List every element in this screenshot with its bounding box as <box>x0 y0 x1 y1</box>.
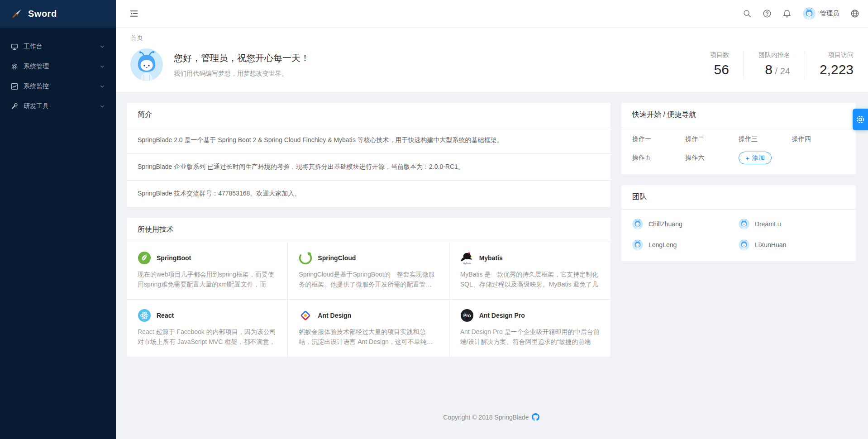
sidebar-item-label: 工作台 <box>24 43 94 51</box>
list-item: SpringBlade 技术交流群号：477853168。欢迎大家加入。 <box>127 181 610 207</box>
menu-fold-icon <box>129 9 138 18</box>
settings-button[interactable] <box>853 109 868 130</box>
monitor-icon <box>11 43 18 50</box>
team-member-name: LengLeng <box>649 241 677 248</box>
sidebar-collapse-button[interactable] <box>128 7 140 20</box>
avatar <box>632 239 643 250</box>
bell-icon[interactable] <box>783 10 791 18</box>
quick-link-2[interactable]: 操作二 <box>686 135 739 143</box>
avatar <box>803 7 816 20</box>
stat-value: 2,223 <box>820 62 854 77</box>
team-member-lengleng[interactable]: LengLeng <box>632 239 739 250</box>
dagger-icon <box>11 8 23 20</box>
app-title: Sword <box>28 9 57 19</box>
sidebar-item-system-monitor[interactable]: 系统监控 <box>0 77 116 95</box>
react-icon <box>138 309 151 322</box>
tech-description: React 起源于 Facebook 的内部项目，因为该公司对市场上所有 Jav… <box>138 327 277 347</box>
search-icon[interactable] <box>743 10 751 18</box>
tech-item-react[interactable]: React React 起源于 Facebook 的内部项目，因为该公司对市场上… <box>127 300 288 357</box>
user-name: 管理员 <box>820 10 839 18</box>
avatar <box>739 239 749 250</box>
tech-item-mybatis[interactable]: Mybatis MyBatis 是一款优秀的持久层框架，它支持定制化 SQL、存… <box>449 242 610 300</box>
sidebar-item-system-admin[interactable]: 系统管理 <box>0 57 116 76</box>
chevron-down-icon <box>100 44 105 49</box>
breadcrumb[interactable]: 首页 <box>130 34 854 42</box>
content: 简介 SpringBlade 2.0 是一个基于 Spring Boot 2 &… <box>116 92 868 439</box>
tech-name: Ant Design Pro <box>479 312 525 319</box>
user-menu[interactable]: 管理员 <box>803 7 839 20</box>
team-list: ChillZhuang DreamLu LengLeng LiXunH <box>621 210 856 261</box>
stat-label: 项目访问 <box>820 51 854 59</box>
quick-link-3[interactable]: 操作三 <box>739 135 792 143</box>
avatar <box>739 219 749 229</box>
quickstart-card: 快速开始 / 便捷导航 操作一 操作二 操作三 操作四 操作五 操作六 + 添加 <box>621 103 856 174</box>
topbar: 管理员 <box>116 0 868 28</box>
tech-item-antdesignpro[interactable]: Ant Design Pro Ant Design Pro 是一个企业级开箱即用… <box>449 300 610 357</box>
welcome-title: 您好，管理员，祝您开心每一天！ <box>174 52 310 64</box>
quick-link-4[interactable]: 操作四 <box>792 135 845 143</box>
quick-link-6[interactable]: 操作六 <box>686 154 739 162</box>
add-button[interactable]: + 添加 <box>739 152 772 164</box>
help-icon[interactable] <box>763 10 771 18</box>
sidebar-item-label: 系统管理 <box>24 62 94 71</box>
tech-name: SpringCloud <box>318 254 356 262</box>
team-member-dreamlu[interactable]: DreamLu <box>739 219 845 229</box>
team-member-lixunhuan[interactable]: LiXunHuan <box>739 239 845 250</box>
team-member-name: ChillZhuang <box>649 220 682 228</box>
tech-card-title: 所使用技术 <box>127 218 610 242</box>
intro-card-title: 简介 <box>127 103 610 127</box>
stat-label: 团队内排名 <box>758 51 790 59</box>
sidebar-item-dev-tools[interactable]: 研发工具 <box>0 97 116 115</box>
app-logo[interactable]: Sword <box>0 0 116 28</box>
tech-name: Ant Design <box>318 312 351 319</box>
quick-link-1[interactable]: 操作一 <box>632 135 686 143</box>
tech-grid: SpringBoot 现在的web项目几乎都会用到spring框架，而要使用sp… <box>127 242 610 357</box>
sidebar-item-workbench[interactable]: 工作台 <box>0 38 116 56</box>
stats: 项目数 56 团队内排名 8 / 24 项目访问 2,223 <box>696 51 854 79</box>
chevron-down-icon <box>100 84 105 89</box>
stat-team-rank: 团队内排名 8 / 24 <box>744 51 805 79</box>
wrench-icon <box>11 103 18 110</box>
tech-name: React <box>157 312 174 319</box>
add-button-label: 添加 <box>752 154 765 162</box>
springboot-icon <box>138 251 151 265</box>
welcome-subtitle: 我们用代码编写梦想，用梦想改变世界。 <box>174 70 310 78</box>
quickstart-card-title: 快速开始 / 便捷导航 <box>621 103 856 127</box>
tech-description: 蚂蚁金服体验技术部经过大量的项目实践和总结，沉淀出设计语言 Ant Design… <box>299 327 438 347</box>
tech-description: SpringCloud是基于SpringBoot的一整套实现微服务的框架。他提供… <box>299 269 438 289</box>
list-item: SpringBlade 企业版系列 已通过长时间生产环境的考验，现将其拆分出基础… <box>127 154 610 181</box>
stat-projects: 项目数 56 <box>696 51 744 79</box>
chart-icon <box>11 83 18 90</box>
list-item: SpringBlade 2.0 是一个基于 Spring Boot 2 & Sp… <box>127 127 610 154</box>
tech-description: MyBatis 是一款优秀的持久层框架，它支持定制化 SQL、存储过程以及高级映… <box>460 269 600 289</box>
topbar-actions: 管理员 <box>743 7 859 20</box>
sidebar: Sword 工作台 系统管理 系统监控 研发工具 <box>0 0 116 439</box>
antdesignpro-icon <box>460 309 474 322</box>
plus-icon: + <box>745 155 749 162</box>
quickstart-links: 操作一 操作二 操作三 操作四 操作五 操作六 + 添加 <box>621 127 856 174</box>
github-icon[interactable] <box>532 413 539 421</box>
tech-item-springcloud[interactable]: SpringCloud SpringCloud是基于SpringBoot的一整套… <box>288 242 449 300</box>
globe-icon[interactable] <box>851 10 859 18</box>
chevron-down-icon <box>100 104 105 109</box>
team-member-chillzhuang[interactable]: ChillZhuang <box>632 219 739 229</box>
sidebar-item-label: 系统监控 <box>24 82 94 91</box>
welcome-avatar <box>130 48 163 81</box>
tech-card: 所使用技术 SpringBoot 现在的web项目几乎都会用到spring框架，… <box>127 218 610 357</box>
breadcrumb-home[interactable]: 首页 <box>130 34 143 41</box>
stat-value: 8 <box>765 62 773 77</box>
team-member-name: LiXunHuan <box>755 241 786 248</box>
tech-name: Mybatis <box>479 254 503 262</box>
tech-item-springboot[interactable]: SpringBoot 现在的web项目几乎都会用到spring框架，而要使用sp… <box>127 242 288 300</box>
intro-card: 简介 SpringBlade 2.0 是一个基于 Spring Boot 2 &… <box>127 103 610 207</box>
tech-item-antdesign[interactable]: Ant Design 蚂蚁金服体验技术部经过大量的项目实践和总结，沉淀出设计语言… <box>288 300 449 357</box>
tech-description: Ant Design Pro 是一个企业级开箱即用的中后台前端/设计解决方案。符… <box>460 327 600 347</box>
mybatis-icon <box>460 251 474 265</box>
sidebar-menu: 工作台 系统管理 系统监控 研发工具 <box>0 28 116 115</box>
team-card: 团队 ChillZhuang DreamLu LengLeng <box>621 185 856 261</box>
intro-list: SpringBlade 2.0 是一个基于 Spring Boot 2 & Sp… <box>127 127 610 207</box>
gear-icon <box>856 115 865 124</box>
quick-link-5[interactable]: 操作五 <box>632 154 686 162</box>
springcloud-icon <box>299 251 312 265</box>
gear-icon <box>11 63 18 70</box>
